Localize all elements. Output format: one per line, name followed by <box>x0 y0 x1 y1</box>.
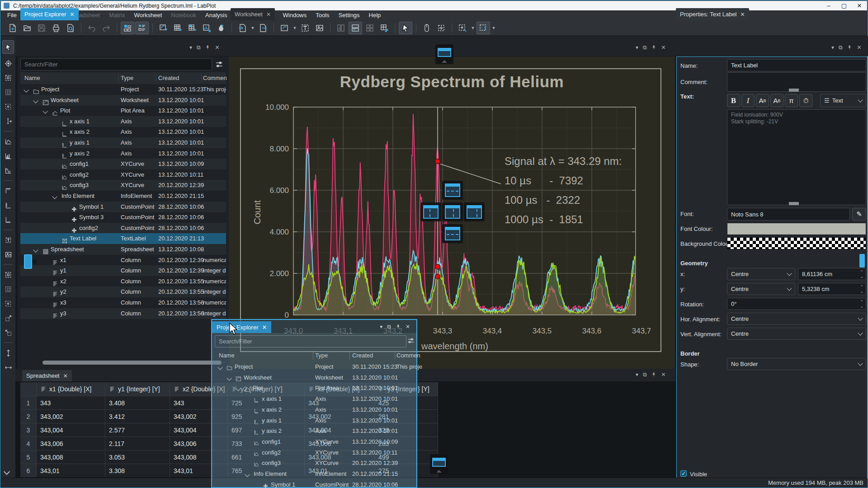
pe-row-spreadsheet[interactable]: SpreadsheetSpreadsheet13.12.2020 10:08 <box>20 244 226 255</box>
toolbar-view-list-button[interactable] <box>135 22 149 34</box>
ss-cell-1-0[interactable]: 2 <box>20 409 37 423</box>
hor-alignment-dropdown[interactable]: Centre <box>727 313 866 325</box>
background-colour-swatch[interactable] <box>727 237 866 249</box>
menu-windows[interactable]: Windows <box>278 10 311 20</box>
left-tool-target[interactable] <box>3 58 13 68</box>
pe-row-x-axis-2[interactable]: x axis 2Axis13.12.2020 10:01 <box>20 127 226 137</box>
close-icon[interactable]: ✕ <box>661 371 666 378</box>
rotation-spinbox[interactable]: 0°⌃⌄ <box>727 298 866 310</box>
left-tool-box-dash1[interactable] <box>3 270 13 280</box>
drop-indicator-bottom[interactable] <box>430 454 448 474</box>
pe-column-created[interactable]: Created <box>158 72 179 84</box>
tab-properties[interactable]: Properties: Text Label✕ <box>676 8 749 20</box>
menu-notebook[interactable]: Notebook <box>166 10 201 20</box>
menu-tools[interactable]: Tools <box>311 10 334 20</box>
menu-help[interactable]: Help <box>364 10 386 20</box>
menu-worksheet[interactable]: Worksheet <box>129 10 166 20</box>
pe-horizontal-scrollbar[interactable] <box>42 361 222 365</box>
pe-row-plot[interactable]: PlotPlot Area13.12.2020 10:01 <box>20 105 226 116</box>
toolbar-chevron[interactable]: ▼ <box>250 22 256 34</box>
pe-row-y-axis-2[interactable]: y axis 2Axis13.12.2020 10:01 <box>20 148 226 159</box>
toolbar-new-spreadsheet-button[interactable] <box>171 22 184 34</box>
ss-cell-5-2[interactable]: 3.308 <box>105 464 170 477</box>
ss-cell-3-1[interactable]: 343,006 <box>37 436 105 450</box>
pe-row-config3[interactable]: config3XYCurve20.12.2020 12:39 <box>20 180 226 191</box>
toolbar-new-worksheet-button[interactable] <box>156 22 170 34</box>
pe-column-commen[interactable]: Commen <box>203 72 227 84</box>
toolbar-preview-button[interactable] <box>64 22 77 34</box>
text-content-area[interactable]: Field ionisation: 900VStark splitting: -… <box>727 109 866 205</box>
left-tool-image[interactable] <box>3 249 13 259</box>
pe-column-name[interactable]: Name <box>24 72 40 84</box>
format-pi-button[interactable]: π <box>785 94 798 107</box>
toolbar-chevron[interactable]: ▼ <box>491 22 497 34</box>
x-value-spinbox[interactable]: 8,61136 cm⌃⌄ <box>798 268 866 280</box>
resize-handle[interactable] <box>789 202 799 205</box>
left-tool-text-box[interactable] <box>3 235 13 245</box>
left-tool-axis-t[interactable] <box>3 186 13 196</box>
toolbar-doc-new-button[interactable] <box>6 22 19 34</box>
toolbar-doc-open-button[interactable] <box>20 22 34 34</box>
overlay-row-x-axis-1[interactable]: x axis 1Axis13.12.2020 10:01 <box>215 394 415 404</box>
menu-file[interactable]: File <box>3 10 21 20</box>
left-tool-histogram[interactable] <box>3 151 13 161</box>
left-tool-box-arrow1[interactable] <box>3 313 13 323</box>
menu-analysis[interactable]: Analysis <box>201 10 231 20</box>
menu-matrix[interactable]: Matrix <box>104 10 129 20</box>
overlay-row-project[interactable]: ProjectProject30.11.2020 15:23This proje <box>215 361 415 372</box>
overlay-row-worksheet[interactable]: WorksheetWorksheet13.12.2020 10:01 <box>215 372 415 383</box>
toolbar-print-button[interactable] <box>49 22 63 34</box>
left-tool-box-arrow2[interactable] <box>3 328 13 338</box>
left-tool-ibeam[interactable] <box>3 116 13 126</box>
toolbar-undo-button[interactable] <box>85 22 99 34</box>
overlay-row-x-axis-2[interactable]: x axis 2Axis13.12.2020 10:01 <box>215 404 415 415</box>
overlay-row-y-axis-2[interactable]: y axis 2Axis13.12.2020 10:01 <box>215 426 415 436</box>
dropdown-icon[interactable]: ▾ <box>189 44 192 51</box>
drop-indicator-right[interactable] <box>464 202 485 221</box>
ss-cell-2-1[interactable]: 343,004 <box>37 423 105 436</box>
toolbar-text-t-button[interactable] <box>298 22 312 34</box>
left-tool-box-dash3[interactable] <box>3 102 13 112</box>
overlay-tab-project-explorer[interactable]: Project Explorer✕ <box>212 321 271 333</box>
ss-header-1[interactable]: x1 {Double} [X] <box>37 382 105 396</box>
vert-alignment-dropdown[interactable]: Centre <box>727 328 866 340</box>
x-position-dropdown[interactable]: Centre <box>727 268 795 280</box>
close-button[interactable]: ✕ <box>852 1 867 10</box>
pe-row-y2[interactable]: y2Column20.12.2020 13:55integer da <box>20 286 226 297</box>
toolbar-layout-v-button[interactable] <box>349 22 362 34</box>
overlay-row-config1[interactable]: config1XYCurve13.12.2020 10:09 <box>215 436 415 447</box>
format-bold-button[interactable]: B <box>727 94 740 107</box>
close-icon[interactable]: ✕ <box>661 44 666 51</box>
filter-options-icon[interactable] <box>407 337 415 344</box>
ss-cell-4-0[interactable]: 5 <box>20 450 37 464</box>
expand-chevron-icon[interactable] <box>42 108 47 113</box>
format-datetime-button[interactable]: ⏱ <box>799 94 812 107</box>
ss-header-0[interactable] <box>20 382 37 396</box>
ss-cell-2-2[interactable]: 2.577 <box>105 423 170 436</box>
left-toolbar-expand-icon[interactable] <box>4 469 10 475</box>
dropdown-icon[interactable]: ▾ <box>831 44 834 51</box>
tab-worksheet[interactable]: Worksheet✕ <box>231 8 275 20</box>
toolbar-zoom-dash-button[interactable] <box>456 22 469 34</box>
pe-row-project[interactable]: ProjectProject30.11.2020 15:23This proje <box>20 84 226 95</box>
ss-cell-4-2[interactable]: 3.053 <box>105 450 170 464</box>
pe-row-y3[interactable]: y3Column20.12.2020 13:56integer da <box>20 308 226 319</box>
font-input[interactable]: Noto Sans 8 <box>727 208 850 221</box>
ss-cell-0-2[interactable]: 3.408 <box>105 396 170 409</box>
text-mode-dropdown[interactable]: ☰Text <box>820 94 866 107</box>
left-tool-box-dash2[interactable] <box>3 284 13 294</box>
toolbar-view-tree-button[interactable] <box>121 22 134 34</box>
left-tool-curve[interactable] <box>3 136 13 146</box>
toolbar-crosshair-box-button[interactable] <box>434 22 448 34</box>
toolbar-redo-button[interactable] <box>99 22 113 34</box>
search-input[interactable]: Search/Filter <box>20 58 212 70</box>
pin-icon[interactable]: 🖈 <box>651 44 657 51</box>
pin-icon[interactable]: 🖈 <box>396 324 401 330</box>
toolbar-cursor-arrow-button[interactable] <box>399 22 412 34</box>
left-tool-arrows-h[interactable] <box>3 362 13 372</box>
drop-indicator-up[interactable] <box>442 181 463 200</box>
dropdown-icon[interactable]: ▾ <box>380 324 382 330</box>
close-icon[interactable]: ✕ <box>406 324 410 330</box>
ss-cell-5-0[interactable]: 6 <box>20 464 37 477</box>
ss-cell-0-1[interactable]: 343 <box>37 396 105 409</box>
